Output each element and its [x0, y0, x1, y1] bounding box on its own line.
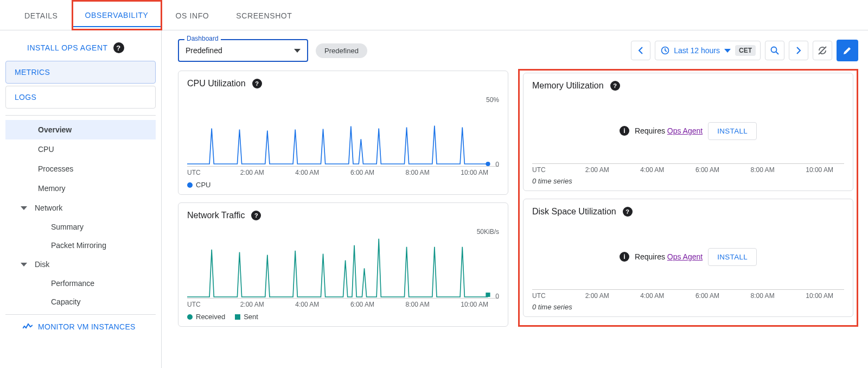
x-tick: 6:00 AM	[695, 166, 719, 174]
legend: Received Sent	[187, 308, 499, 321]
x-tick: 2:00 AM	[585, 292, 609, 300]
x-tick: 4:00 AM	[295, 301, 319, 308]
chevron-down-icon	[21, 206, 27, 210]
card-cpu-utilization: CPU Utilization ? 50% 0 UTC 2:00 AM	[178, 71, 508, 195]
help-icon[interactable]: ?	[610, 81, 620, 91]
card-memory-utilization: Memory Utilization ? i Requires Ops Agen…	[523, 73, 853, 191]
tab-os-info[interactable]: OS INFO	[162, 0, 223, 30]
tab-screenshot[interactable]: SCREENSHOT	[222, 0, 305, 30]
timezone-chip: CET	[735, 45, 756, 56]
time-next-button[interactable]	[789, 41, 808, 60]
tree-item-cpu[interactable]: CPU	[5, 139, 156, 159]
cpu-plot[interactable]: 50% 0	[187, 96, 499, 167]
help-icon[interactable]: ?	[251, 211, 261, 220]
x-tick: 8:00 AM	[751, 166, 775, 174]
refresh-off-icon	[818, 46, 827, 55]
legend-item-received[interactable]: Received	[187, 313, 225, 321]
time-range-picker[interactable]: Last 12 hours CET	[655, 41, 761, 60]
x-axis: UTC 2:00 AM 4:00 AM 6:00 AM 8:00 AM 10:0…	[187, 299, 499, 308]
zero-series-note: 0 time series	[532, 300, 844, 311]
tab-observability[interactable]: OBSERVABILITY	[72, 0, 162, 30]
y-axis-min: 0	[495, 293, 499, 300]
x-tick: 2:00 AM	[585, 166, 609, 174]
divider	[5, 115, 156, 116]
x-tick: 8:00 AM	[751, 292, 775, 300]
ops-agent-link[interactable]: Ops Agent	[667, 252, 703, 261]
x-tick: 10:00 AM	[461, 169, 488, 176]
monitor-icon	[23, 323, 33, 331]
help-icon[interactable]: ?	[252, 79, 262, 88]
x-tick: 4:00 AM	[295, 169, 319, 176]
x-tick: 2:00 AM	[240, 301, 264, 308]
x-tick: 4:00 AM	[640, 292, 664, 300]
edit-dashboard-button[interactable]	[837, 40, 858, 61]
requires-ops-agent-row: i Requires Ops Agent INSTALL	[532, 98, 844, 163]
dashboard-select[interactable]: Dashboard Predefined	[178, 39, 308, 62]
card-title-text: Memory Utilization	[532, 81, 604, 91]
x-tick: UTC	[187, 169, 209, 176]
requires-prefix: Requires	[635, 252, 667, 261]
legend-swatch-icon	[235, 314, 240, 320]
metrics-tree: Overview CPU Processes Memory Network Su…	[5, 120, 156, 311]
svg-line-2	[776, 52, 779, 55]
help-icon[interactable]: ?	[113, 42, 124, 53]
info-icon: i	[620, 252, 629, 262]
chevron-down-icon	[724, 49, 731, 53]
tree-item-summary[interactable]: Summary	[5, 218, 156, 236]
requires-ops-agent-row: i Requires Ops Agent INSTALL	[532, 224, 844, 289]
net-plot[interactable]: 50KiB/s 0	[187, 228, 499, 299]
legend-item-sent[interactable]: Sent	[235, 313, 258, 321]
card-network-traffic: Network Traffic ? 50KiB/s 0 UTC 2:00 AM	[178, 202, 508, 327]
tree-group-disk-label: Disk	[35, 260, 49, 269]
sidebar-tab-logs[interactable]: LOGS	[5, 86, 156, 109]
tab-details[interactable]: DETAILS	[11, 0, 72, 30]
x-tick: UTC	[532, 292, 554, 300]
legend-swatch-icon	[187, 182, 193, 188]
y-axis-min: 0	[495, 161, 499, 168]
ops-agent-link[interactable]: Ops Agent	[667, 126, 703, 135]
x-tick: 10:00 AM	[806, 292, 833, 300]
x-tick: 6:00 AM	[695, 292, 719, 300]
svg-rect-5	[486, 293, 490, 297]
chevron-right-icon	[796, 47, 801, 54]
install-button[interactable]: INSTALL	[708, 122, 757, 140]
x-tick: UTC	[187, 301, 209, 308]
tree-item-processes[interactable]: Processes	[5, 159, 156, 179]
x-tick: 4:00 AM	[640, 166, 664, 174]
legend-label: Received	[196, 313, 225, 321]
card-title-text: Network Traffic	[187, 211, 245, 220]
zoom-button[interactable]	[765, 41, 784, 60]
install-ops-agent-link[interactable]: INSTALL OPS AGENT	[27, 43, 108, 52]
chevron-down-icon	[21, 263, 27, 267]
svg-point-1	[771, 47, 777, 53]
monitor-vm-instances-link[interactable]: MONITOR VM INSTANCES	[5, 314, 156, 331]
y-axis-max: 50KiB/s	[477, 228, 499, 236]
x-tick: 8:00 AM	[406, 301, 430, 308]
tree-item-packet-mirroring[interactable]: Packet Mirroring	[5, 236, 156, 255]
install-button[interactable]: INSTALL	[708, 248, 757, 266]
x-tick: 2:00 AM	[240, 169, 264, 176]
tree-item-overview[interactable]: Overview	[5, 120, 156, 139]
tree-group-disk[interactable]: Disk	[5, 255, 156, 274]
cpu-spark-icon	[187, 96, 499, 166]
time-controls: Last 12 hours CET	[631, 40, 858, 61]
sidebar-tab-metrics[interactable]: METRICS	[5, 61, 156, 84]
tree-item-capacity[interactable]: Capacity	[5, 293, 156, 311]
requires-text: Requires Ops Agent	[635, 126, 703, 135]
requires-text: Requires Ops Agent	[635, 252, 703, 261]
tree-group-network[interactable]: Network	[5, 198, 156, 218]
x-tick: 10:00 AM	[806, 166, 833, 174]
top-tab-bar: DETAILS OBSERVABILITY OS INFO SCREENSHOT	[0, 0, 868, 30]
chart-col-right-highlighted: Memory Utilization ? i Requires Ops Agen…	[518, 69, 858, 327]
card-title-text: CPU Utilization	[187, 79, 246, 88]
dashboard-chip[interactable]: Predefined	[316, 43, 367, 58]
tree-item-performance[interactable]: Performance	[5, 274, 156, 293]
requires-prefix: Requires	[635, 126, 667, 135]
chevron-down-icon	[294, 49, 301, 53]
time-prev-button[interactable]	[631, 41, 650, 60]
legend-item-cpu[interactable]: CPU	[187, 181, 210, 189]
tree-item-memory[interactable]: Memory	[5, 179, 156, 198]
net-spark-icon	[187, 228, 499, 298]
auto-refresh-off-button[interactable]	[813, 41, 832, 60]
help-icon[interactable]: ?	[623, 207, 633, 217]
